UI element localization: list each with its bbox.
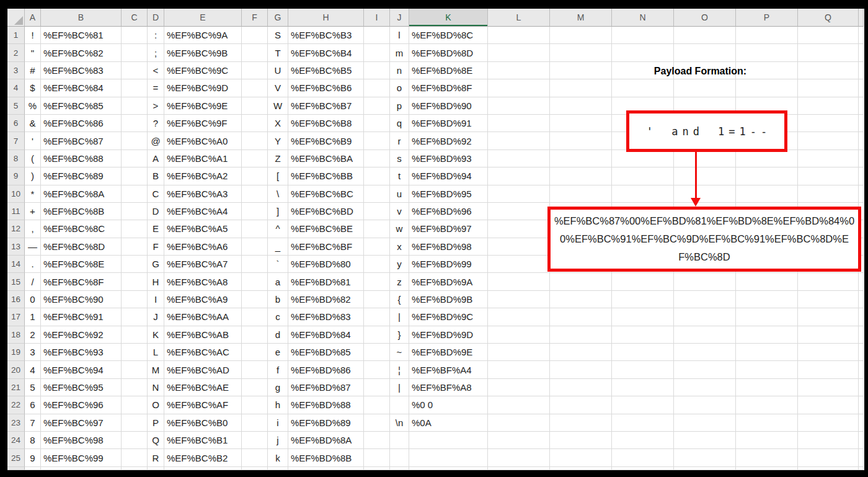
cell-A23[interactable]: 7	[25, 414, 41, 432]
cell-D14[interactable]: G	[148, 256, 164, 273]
cell-G17[interactable]: c	[268, 308, 288, 326]
cell-D6[interactable]: ?	[148, 115, 164, 132]
cell-B12[interactable]: %EF%BC%8C	[41, 220, 122, 238]
cell-C9[interactable]	[122, 167, 148, 185]
cell-K11[interactable]: %EF%BD%96	[409, 203, 488, 220]
cell-A8[interactable]: (	[25, 150, 41, 167]
cell-M16[interactable]	[550, 291, 612, 308]
cell-J4[interactable]: o	[390, 79, 409, 97]
cell-Q26[interactable]	[798, 467, 859, 470]
column-header-N[interactable]: N	[612, 9, 674, 27]
row-header-23[interactable]: 23	[7, 414, 25, 432]
cell-A26[interactable]	[25, 467, 41, 470]
row-header-14[interactable]: 14	[7, 256, 25, 273]
column-header-A[interactable]: A	[25, 9, 41, 27]
cell-H13[interactable]: %EF%BC%BF	[288, 238, 364, 256]
cell-P19[interactable]	[736, 344, 798, 361]
cell-B10[interactable]: %EF%BC%8A	[41, 185, 122, 203]
cell-I21[interactable]	[364, 379, 390, 396]
cell-K2[interactable]: %EF%BD%8D	[409, 44, 488, 61]
cell-Q8[interactable]	[798, 150, 859, 167]
cell-K12[interactable]: %EF%BD%97	[409, 220, 488, 238]
cell-N24[interactable]	[612, 432, 674, 449]
cell-N26[interactable]	[612, 467, 674, 470]
cell-F19[interactable]	[242, 344, 268, 361]
cell-F15[interactable]	[242, 273, 268, 290]
column-header-D[interactable]: D	[148, 9, 164, 27]
cell-I24[interactable]	[364, 432, 390, 449]
cell-K7[interactable]: %EF%BD%92	[409, 132, 488, 149]
cell-E13[interactable]: %EF%BC%A6	[164, 238, 242, 256]
cell-N18[interactable]	[612, 326, 674, 344]
cell-J17[interactable]: |	[390, 308, 409, 326]
cell-J12[interactable]: w	[390, 220, 409, 238]
cell-O26[interactable]	[674, 467, 736, 470]
cell-C12[interactable]	[122, 220, 148, 238]
cell-K24[interactable]	[409, 432, 488, 449]
cell-L1[interactable]	[488, 27, 550, 44]
cell-Q2[interactable]	[798, 44, 859, 61]
cell-M15[interactable]	[550, 273, 612, 290]
cell-G13[interactable]: _	[268, 238, 288, 256]
cell-O23[interactable]	[674, 414, 736, 432]
cell-N25[interactable]	[612, 449, 674, 466]
cell-E24[interactable]: %EF%BC%B1	[164, 432, 242, 449]
cell-D8[interactable]: A	[148, 150, 164, 167]
cell-I2[interactable]	[364, 44, 390, 61]
cell-B20[interactable]: %EF%BC%94	[41, 361, 122, 378]
column-header-F[interactable]: F	[242, 9, 268, 27]
cell-F5[interactable]	[242, 97, 268, 115]
cell-I10[interactable]	[364, 185, 390, 203]
cell-K6[interactable]: %EF%BD%91	[409, 115, 488, 132]
cell-D22[interactable]: O	[148, 396, 164, 414]
cell-J1[interactable]: l	[390, 27, 409, 44]
cell-H21[interactable]: %EF%BD%87	[288, 379, 364, 396]
column-header-P[interactable]: P	[736, 9, 798, 27]
cell-G20[interactable]: f	[268, 361, 288, 378]
cell-D17[interactable]: J	[148, 308, 164, 326]
column-header-L[interactable]: L	[488, 9, 550, 27]
cell-J3[interactable]: n	[390, 62, 409, 79]
cell-B2[interactable]: %EF%BC%82	[41, 44, 122, 61]
cell-O4[interactable]	[674, 79, 736, 97]
row-header-1[interactable]: 1	[7, 27, 25, 44]
cell-N15[interactable]	[612, 273, 674, 290]
cell-B23[interactable]: %EF%BC%97	[41, 414, 122, 432]
cell-C19[interactable]	[122, 344, 148, 361]
column-header-C[interactable]: C	[122, 9, 148, 27]
cell-A13[interactable]: —	[25, 238, 41, 256]
cell-G19[interactable]: e	[268, 344, 288, 361]
cell-F26[interactable]	[242, 467, 268, 470]
cell-F1[interactable]	[242, 27, 268, 44]
cell-N23[interactable]	[612, 414, 674, 432]
cell-F6[interactable]	[242, 115, 268, 132]
cell-G15[interactable]: a	[268, 273, 288, 290]
cell-I5[interactable]	[364, 97, 390, 115]
cell-H9[interactable]: %EF%BC%BB	[288, 167, 364, 185]
cell-P23[interactable]	[736, 414, 798, 432]
cell-O19[interactable]	[674, 344, 736, 361]
cell-K19[interactable]: %EF%BD%9E	[409, 344, 488, 361]
cell-E2[interactable]: %EF%BC%9B	[164, 44, 242, 61]
cell-O16[interactable]	[674, 291, 736, 308]
cell-B17[interactable]: %EF%BC%91	[41, 308, 122, 326]
cell-H18[interactable]: %EF%BD%84	[288, 326, 364, 344]
cell-E5[interactable]: %EF%BC%9E	[164, 97, 242, 115]
cell-B24[interactable]: %EF%BC%98	[41, 432, 122, 449]
cell-L17[interactable]	[488, 308, 550, 326]
cell-B14[interactable]: %EF%BC%8E	[41, 256, 122, 273]
cell-E3[interactable]: %EF%BC%9C	[164, 62, 242, 79]
cell-F4[interactable]	[242, 79, 268, 97]
cell-F3[interactable]	[242, 62, 268, 79]
cell-A7[interactable]: '	[25, 132, 41, 149]
cell-J24[interactable]	[390, 432, 409, 449]
cell-J18[interactable]: }	[390, 326, 409, 344]
cell-C14[interactable]	[122, 256, 148, 273]
cell-A2[interactable]: "	[25, 44, 41, 61]
cell-N16[interactable]	[612, 291, 674, 308]
cell-L13[interactable]	[488, 238, 550, 256]
cell-D12[interactable]: E	[148, 220, 164, 238]
cell-L5[interactable]	[488, 97, 550, 115]
cell-I22[interactable]	[364, 396, 390, 414]
cell-F11[interactable]	[242, 203, 268, 220]
